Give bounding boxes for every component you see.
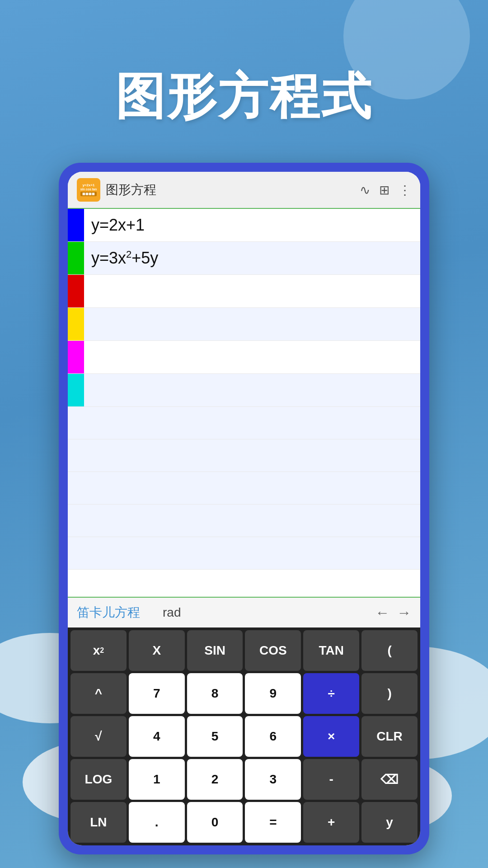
key-9[interactable]: 9 (245, 673, 301, 714)
keyboard: x2 X SIN COS TAN ( ^ 7 8 9 ÷ ) √ 4 5 6 × (68, 627, 420, 845)
more-icon[interactable]: ⋮ (399, 183, 411, 198)
equation-row-empty-4 (68, 505, 420, 537)
equation-row-1[interactable]: y=2x+1 (68, 209, 420, 242)
equation-row-4[interactable] (68, 308, 420, 341)
key-log[interactable]: LOG (70, 759, 127, 800)
equation-row-empty-3 (68, 472, 420, 505)
key-divide[interactable]: ÷ (303, 673, 359, 714)
key-tan[interactable]: TAN (303, 630, 359, 671)
key-sin[interactable]: SIN (187, 630, 243, 671)
rad-label[interactable]: rad (163, 605, 181, 620)
key-x[interactable]: X (129, 630, 185, 671)
kb-row-4: LOG 1 2 3 - ⌫ (70, 759, 418, 800)
key-5[interactable]: 5 (187, 716, 243, 757)
key-close-paren[interactable]: ) (361, 673, 418, 714)
key-open-paren[interactable]: ( (361, 630, 418, 671)
key-x2[interactable]: x2 (70, 630, 127, 671)
key-3[interactable]: 3 (245, 759, 301, 800)
app-icon-text: y=2x+1 sin cos tan ▦▦▦▦ (80, 184, 97, 197)
eq-color-6 (68, 374, 84, 406)
key-0[interactable]: 0 (187, 802, 243, 843)
eq-color-3 (68, 275, 84, 307)
bottom-bar: 笛卡儿方程 rad ← → (68, 597, 420, 627)
eq-color-4 (68, 308, 84, 340)
table-icon[interactable]: ⊞ (379, 183, 389, 198)
key-minus[interactable]: - (303, 759, 359, 800)
key-caret[interactable]: ^ (70, 673, 127, 714)
key-cos[interactable]: COS (245, 630, 301, 671)
key-clr[interactable]: CLR (361, 716, 418, 757)
kb-row-2: ^ 7 8 9 ÷ ) (70, 673, 418, 714)
equation-row-6[interactable] (68, 374, 420, 407)
equation-row-empty-1 (68, 407, 420, 439)
equation-list: y=2x+1 y=3x2+5y (68, 209, 420, 597)
phone-inner: y=2x+1 sin cos tan ▦▦▦▦ 图形方程 ∿ ⊞ ⋮ y=2x+… (68, 172, 420, 845)
key-backspace[interactable]: ⌫ (361, 759, 418, 800)
equation-row-empty-2 (68, 439, 420, 472)
app-icon: y=2x+1 sin cos tan ▦▦▦▦ (77, 178, 100, 202)
kb-row-5: LN . 0 = + y (70, 802, 418, 843)
key-y[interactable]: y (361, 802, 418, 843)
equation-row-2[interactable]: y=3x2+5y (68, 242, 420, 275)
key-ln[interactable]: LN (70, 802, 127, 843)
key-4[interactable]: 4 (129, 716, 185, 757)
phone-frame: y=2x+1 sin cos tan ▦▦▦▦ 图形方程 ∿ ⊞ ⋮ y=2x+… (59, 163, 429, 854)
key-1[interactable]: 1 (129, 759, 185, 800)
cartesian-label[interactable]: 笛卡儿方程 (77, 604, 140, 621)
key-7[interactable]: 7 (129, 673, 185, 714)
eq-color-2 (68, 242, 84, 274)
right-arrow-button[interactable]: → (397, 604, 411, 621)
key-2[interactable]: 2 (187, 759, 243, 800)
wave-icon[interactable]: ∿ (360, 183, 370, 198)
key-sqrt[interactable]: √ (70, 716, 127, 757)
equation-row-empty-5 (68, 537, 420, 570)
key-multiply[interactable]: × (303, 716, 359, 757)
page-title: 图形方程式 (0, 63, 488, 131)
equation-row-5[interactable] (68, 341, 420, 374)
eq-text-2[interactable]: y=3x2+5y (91, 244, 158, 272)
app-header: y=2x+1 sin cos tan ▦▦▦▦ 图形方程 ∿ ⊞ ⋮ (68, 172, 420, 209)
key-plus[interactable]: + (303, 802, 359, 843)
key-8[interactable]: 8 (187, 673, 243, 714)
arrow-buttons: ← → (375, 604, 411, 621)
equation-row-3[interactable] (68, 275, 420, 308)
left-arrow-button[interactable]: ← (375, 604, 389, 621)
eq-color-5 (68, 341, 84, 373)
kb-row-3: √ 4 5 6 × CLR (70, 716, 418, 757)
eq-text-1[interactable]: y=2x+1 (91, 211, 145, 239)
key-6[interactable]: 6 (245, 716, 301, 757)
app-title: 图形方程 (106, 181, 354, 198)
eq-color-1 (68, 209, 84, 241)
header-icons: ∿ ⊞ ⋮ (360, 183, 411, 198)
key-dot[interactable]: . (129, 802, 185, 843)
kb-row-1: x2 X SIN COS TAN ( (70, 630, 418, 671)
key-equals[interactable]: = (245, 802, 301, 843)
